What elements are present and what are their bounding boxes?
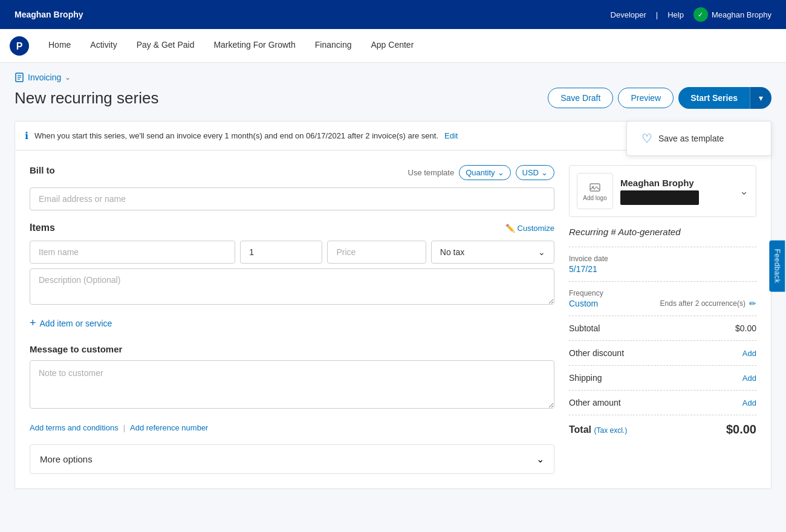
frequency-row: Custom Ends after 2 occurrence(s) ✏ [569, 299, 756, 308]
save-template-label[interactable]: Save as template [658, 134, 724, 143]
note-to-customer-input[interactable] [30, 360, 554, 409]
more-options-label: More options [40, 454, 93, 464]
bill-to-label: Bill to [30, 165, 55, 175]
preview-button[interactable]: Preview [618, 88, 674, 108]
description-input[interactable] [30, 268, 554, 305]
start-series-dropdown-button[interactable]: ▾ [750, 87, 771, 109]
help-link[interactable]: Help [667, 10, 684, 19]
item-tax-field: No tax ⌄ [431, 241, 554, 264]
discount-row: Other discount Add [569, 348, 756, 358]
frequency-field: Frequency Custom Ends after 2 occurrence… [569, 289, 756, 308]
paypal-logo-svg: P [10, 36, 29, 56]
company-name-bar [620, 190, 699, 205]
add-logo-button[interactable]: Add logo [577, 173, 613, 209]
topbar: Meaghan Brophy Developer | Help ✓ Meagha… [0, 0, 786, 29]
customize-label: Customize [518, 224, 554, 233]
invoice-date-field: Invoice date 5/17/21 [569, 255, 756, 274]
message-label: Message to customer [30, 344, 554, 354]
divider-6 [569, 390, 756, 391]
svg-text:P: P [16, 41, 23, 51]
save-template-popup: ♡ Save as template [626, 121, 771, 156]
main-layout: Bill to Use template Quantity ⌄ USD ⌄ [15, 151, 771, 489]
add-item-label: Add item or service [40, 319, 112, 328]
other-amount-add-button[interactable]: Add [742, 398, 756, 407]
save-draft-button[interactable]: Save Draft [548, 88, 613, 108]
summary-section: Add logo Meaghan Brophy ⌄ Recurring # Au… [569, 165, 756, 474]
item-name-input[interactable] [30, 241, 235, 264]
nav-item-pay-get-paid[interactable]: Pay & Get Paid [127, 29, 204, 63]
divider-4 [569, 340, 756, 341]
subtotal-value: $0.00 [735, 323, 756, 333]
nav-item-activity[interactable]: Activity [80, 29, 126, 63]
total-label: Total [569, 424, 591, 435]
add-terms-button[interactable]: Add terms and conditions [30, 423, 119, 432]
ends-text: Ends after 2 occurrence(s) [660, 299, 745, 308]
discount-add-button[interactable]: Add [742, 349, 756, 358]
quantity-dropdown-button[interactable]: Quantity ⌄ [459, 165, 510, 180]
nav-item-app-center[interactable]: App Center [362, 29, 424, 63]
item-price-input[interactable] [327, 241, 426, 264]
topbar-user: Meaghan Brophy [15, 10, 83, 19]
recurring-label: Recurring # Auto-generated [569, 227, 756, 237]
currency-dropdown-button[interactable]: USD ⌄ [516, 165, 554, 180]
navbar: P Home Activity Pay & Get Paid Marketing… [0, 29, 786, 63]
frequency-label: Frequency [569, 289, 756, 297]
info-message: When you start this series, we'll send a… [34, 131, 438, 140]
nav-item-home[interactable]: Home [39, 29, 80, 63]
divider-1 [569, 247, 756, 247]
developer-link[interactable]: Developer [611, 10, 646, 19]
total-value: $0.00 [726, 423, 756, 436]
more-options-section[interactable]: More options ⌄ [30, 444, 554, 474]
feedback-button[interactable]: Feedback [770, 241, 785, 292]
divider-7 [569, 415, 756, 415]
divider-2 [569, 281, 756, 282]
paypal-logo: P [10, 36, 29, 56]
topbar-separator: | [656, 10, 658, 19]
add-reference-button[interactable]: Add reference number [130, 423, 208, 432]
items-header: Items ✏️ Customize [30, 222, 554, 233]
tax-dropdown-button[interactable]: No tax ⌄ [431, 241, 554, 264]
user-name-topbar: Meaghan Brophy [712, 10, 771, 19]
email-name-input[interactable] [30, 187, 554, 210]
shipping-label: Shipping [569, 373, 602, 383]
subtotal-row: Subtotal $0.00 [569, 323, 756, 333]
subtotal-label: Subtotal [569, 323, 600, 333]
more-options-chevron-icon: ⌄ [536, 453, 544, 465]
bill-to-row-top: Bill to Use template Quantity ⌄ USD ⌄ [30, 165, 554, 180]
add-item-button[interactable]: + Add item or service [30, 314, 112, 332]
customize-link[interactable]: ✏️ Customize [505, 224, 554, 233]
image-icon [589, 181, 601, 193]
items-section: Items ✏️ Customize [30, 222, 554, 332]
discount-label: Other discount [569, 348, 624, 358]
company-header: Add logo Meaghan Brophy ⌄ [569, 165, 756, 217]
breadcrumb-label[interactable]: Invoicing [28, 73, 61, 82]
total-row: Total (Tax excl.) $0.00 [569, 423, 756, 436]
invoicing-icon [15, 73, 24, 82]
plus-icon: + [30, 317, 36, 329]
topbar-links: Developer | Help ✓ Meaghan Brophy [611, 7, 771, 22]
currency-dropdown-chevron-icon: ⌄ [541, 168, 548, 177]
nav-item-marketing[interactable]: Marketing For Growth [204, 29, 305, 63]
heart-icon: ♡ [641, 131, 652, 146]
company-info: Meaghan Brophy [620, 178, 699, 205]
chevron-down-icon: ▾ [759, 93, 763, 103]
frequency-edit-button[interactable]: ✏ [749, 299, 756, 308]
start-series-button[interactable]: Start Series [678, 87, 750, 109]
info-edit-link[interactable]: Edit [444, 131, 458, 140]
page-title: New recurring series [15, 89, 158, 108]
company-header-chevron-button[interactable]: ⌄ [739, 184, 749, 198]
frequency-value: Custom [569, 299, 598, 308]
divider-3 [569, 316, 756, 316]
shipping-add-button[interactable]: Add [742, 374, 756, 383]
item-quantity-input[interactable] [240, 241, 322, 264]
invoice-date-value: 5/17/21 [569, 264, 756, 274]
nav-item-financing[interactable]: Financing [305, 29, 362, 63]
other-amount-label: Other amount [569, 398, 621, 407]
quantity-dropdown-chevron-icon: ⌄ [498, 168, 504, 177]
page-container: Invoicing ⌄ New recurring series Save Dr… [0, 63, 786, 504]
message-section: Message to customer [30, 344, 554, 411]
item-row: No tax ⌄ [30, 241, 554, 264]
info-section: ℹ When you start this series, we'll send… [15, 121, 771, 151]
bill-to-section: Bill to Use template Quantity ⌄ USD ⌄ [30, 165, 554, 210]
quantity-dropdown-label: Quantity [466, 168, 495, 177]
